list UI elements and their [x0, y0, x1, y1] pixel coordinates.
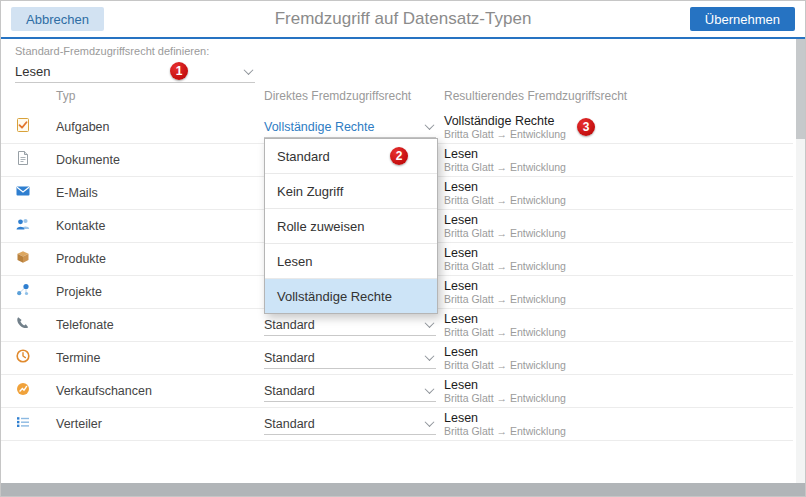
- direct-right-select[interactable]: Vollständige Rechte: [264, 117, 436, 138]
- result-right-cell: Lesen Britta Glatt → Entwicklung: [444, 147, 793, 173]
- vertical-scrollbar[interactable]: [796, 39, 805, 483]
- result-right-detail: Britta Glatt → Entwicklung: [444, 194, 793, 206]
- result-right-cell: Lesen Britta Glatt → Entwicklung: [444, 180, 793, 206]
- annotation-badge-3: 3: [577, 118, 595, 136]
- direct-right-cell: Standard: [264, 381, 444, 402]
- result-right-value: Lesen: [444, 213, 793, 227]
- column-header-spacer: [15, 89, 56, 103]
- result-right-detail: Britta Glatt → Entwicklung: [444, 425, 793, 437]
- direct-right-select[interactable]: Standard: [264, 348, 436, 369]
- default-right-block: Standard-Fremdzugriffsrecht definieren: …: [15, 45, 255, 83]
- annotation-badge-2: 2: [390, 147, 408, 165]
- direct-right-select[interactable]: Standard: [264, 381, 436, 402]
- dropdown-option-label: Standard: [277, 149, 330, 164]
- default-right-value: Lesen: [15, 64, 50, 79]
- dropdown-option-label: Kein Zugriff: [277, 184, 343, 199]
- direct-right-value: Standard: [264, 417, 315, 431]
- dropdown-option[interactable]: Lesen: [265, 244, 437, 279]
- column-header-typ: Typ: [56, 89, 264, 103]
- result-right-value: Lesen: [444, 411, 793, 425]
- direct-right-select[interactable]: Standard: [264, 414, 436, 435]
- tasks-icon: [15, 117, 31, 137]
- fremdzugriff-dialog: Abbrechen Fremdzugriff auf Datensatz-Typ…: [0, 0, 806, 497]
- opportunities-icon: [15, 381, 31, 401]
- direct-right-value: Vollständige Rechte: [264, 120, 375, 134]
- products-icon: [15, 249, 31, 269]
- chevron-down-icon: [425, 318, 435, 328]
- row-type-label: Kontakte: [56, 219, 264, 233]
- apply-button[interactable]: Übernehmen: [690, 7, 795, 31]
- result-right-value: Vollständige Rechte: [444, 114, 793, 128]
- direct-right-cell: Standard: [264, 315, 444, 336]
- chevron-down-icon: [425, 120, 435, 130]
- chevron-down-icon: [425, 384, 435, 394]
- result-right-detail: Britta Glatt → Entwicklung: [444, 227, 793, 239]
- direct-right-cell: Standard: [264, 348, 444, 369]
- result-right-cell: Lesen Britta Glatt → Entwicklung: [444, 312, 793, 338]
- result-right-cell: Lesen Britta Glatt → Entwicklung: [444, 345, 793, 371]
- row-type-label: Verteiler: [56, 417, 264, 431]
- result-right-cell: Lesen Britta Glatt → Entwicklung: [444, 279, 793, 305]
- dropdown-option-label: Rolle zuweisen: [277, 219, 364, 234]
- top-bar: Abbrechen Fremdzugriff auf Datensatz-Typ…: [1, 1, 805, 37]
- result-right-cell: Lesen Britta Glatt → Entwicklung: [444, 411, 793, 437]
- direct-right-value: Standard: [264, 384, 315, 398]
- direct-right-value: Standard: [264, 351, 315, 365]
- result-right-value: Lesen: [444, 279, 793, 293]
- result-right-cell: Vollständige Rechte Britta Glatt → Entwi…: [444, 114, 793, 140]
- result-right-detail: Britta Glatt → Entwicklung: [444, 128, 793, 140]
- direct-right-dropdown-menu: Standard2Kein ZugriffRolle zuweisenLesen…: [264, 138, 438, 314]
- vertical-scrollbar-thumb[interactable]: [796, 39, 805, 139]
- direct-right-cell: Vollständige Rechte: [264, 117, 444, 138]
- chevron-down-icon: [425, 417, 435, 427]
- distribution-icon: [15, 414, 31, 434]
- table-row: Verkaufschancen Standard Lesen Britta Gl…: [1, 375, 793, 408]
- annotation-badge-1: 1: [170, 62, 188, 80]
- dropdown-option[interactable]: Rolle zuweisen: [265, 209, 437, 244]
- column-header-direct: Direktes Fremdzugriffsrecht: [264, 89, 444, 103]
- page-title: Fremdzugriff auf Datensatz-Typen: [1, 9, 805, 29]
- row-type-label: Telefonate: [56, 318, 264, 332]
- table-header: Typ Direktes Fremdzugriffsrecht Resultie…: [1, 89, 793, 103]
- dropdown-option-label: Vollständige Rechte: [277, 289, 392, 304]
- dropdown-option[interactable]: Standard2: [265, 139, 437, 174]
- appointments-icon: [15, 348, 31, 368]
- result-right-cell: Lesen Britta Glatt → Entwicklung: [444, 213, 793, 239]
- result-right-value: Lesen: [444, 180, 793, 194]
- result-right-detail: Britta Glatt → Entwicklung: [444, 260, 793, 272]
- result-right-value: Lesen: [444, 147, 793, 161]
- dropdown-option-label: Lesen: [277, 254, 312, 269]
- document-icon: [15, 150, 31, 170]
- chevron-down-icon: [244, 65, 254, 75]
- horizontal-scrollbar[interactable]: [1, 483, 805, 496]
- accent-divider: [1, 37, 805, 39]
- default-right-label: Standard-Fremdzugriffsrecht definieren:: [15, 45, 255, 57]
- table-row: Verteiler Standard Lesen Britta Glatt → …: [1, 408, 793, 441]
- direct-right-cell: Standard: [264, 414, 444, 435]
- chevron-down-icon: [425, 351, 435, 361]
- column-header-result: Resultierendes Fremdzugriffsrecht: [444, 89, 793, 103]
- dropdown-option[interactable]: Vollständige Rechte: [265, 279, 437, 313]
- row-type-label: E-Mails: [56, 186, 264, 200]
- result-right-detail: Britta Glatt → Entwicklung: [444, 392, 793, 404]
- result-right-detail: Britta Glatt → Entwicklung: [444, 293, 793, 305]
- direct-right-select[interactable]: Standard: [264, 315, 436, 336]
- result-right-detail: Britta Glatt → Entwicklung: [444, 326, 793, 338]
- result-right-detail: Britta Glatt → Entwicklung: [444, 359, 793, 371]
- row-type-label: Termine: [56, 351, 264, 365]
- contacts-icon: [15, 216, 31, 236]
- result-right-value: Lesen: [444, 312, 793, 326]
- result-right-value: Lesen: [444, 246, 793, 260]
- result-right-value: Lesen: [444, 345, 793, 359]
- cancel-button[interactable]: Abbrechen: [11, 7, 104, 31]
- row-type-label: Aufgaben: [56, 120, 264, 134]
- row-type-label: Produkte: [56, 252, 264, 266]
- default-right-select[interactable]: Lesen 1: [15, 61, 255, 83]
- dropdown-option[interactable]: Kein Zugriff: [265, 174, 437, 209]
- row-type-label: Verkaufschancen: [56, 384, 264, 398]
- direct-right-value: Standard: [264, 318, 315, 332]
- result-right-cell: Lesen Britta Glatt → Entwicklung: [444, 246, 793, 272]
- table-row: Termine Standard Lesen Britta Glatt → En…: [1, 342, 793, 375]
- result-right-value: Lesen: [444, 378, 793, 392]
- row-type-label: Dokumente: [56, 153, 264, 167]
